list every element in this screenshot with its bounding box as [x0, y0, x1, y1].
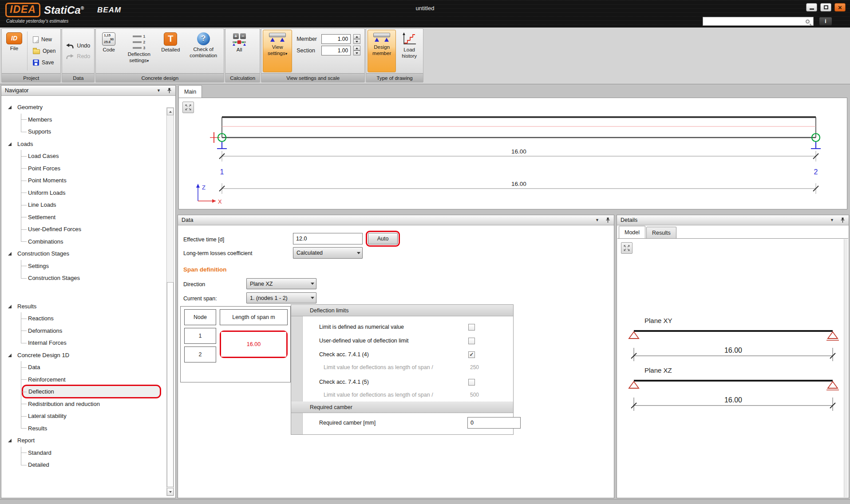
sidebar-item-load-cases[interactable]: Load Cases [1, 150, 165, 162]
sidebar-item-report[interactable]: Report [1, 434, 165, 447]
pin-icon[interactable] [605, 217, 610, 223]
pin-icon[interactable] [840, 217, 845, 223]
redo-button[interactable]: Redo [66, 53, 90, 59]
sidebar-item-reactions[interactable]: Reactions [1, 312, 165, 325]
close-button[interactable]: × [834, 3, 846, 12]
sidebar-item-results-child[interactable]: Results [1, 422, 165, 435]
expander-icon[interactable] [8, 354, 12, 357]
sidebar-item-data[interactable]: Data [1, 361, 165, 374]
direction-select[interactable]: Plane XZ [246, 278, 316, 289]
info-button[interactable]: i [819, 17, 832, 26]
maximize-button[interactable] [820, 3, 831, 12]
numerical-value-checkbox[interactable]: ✓ [468, 324, 475, 331]
span-length-cell[interactable]: 16.00 [221, 332, 286, 357]
file-button[interactable]: ID File [3, 30, 25, 72]
long-term-losses-select[interactable]: Calculated [293, 247, 363, 259]
details-scrollbar[interactable] [844, 239, 848, 497]
scrollbar-thumb[interactable] [167, 282, 174, 487]
sidebar-item-point-moments[interactable]: Point Moments [1, 174, 165, 187]
details-canvas[interactable]: Plane XY 16.00 Plane XZ 16.00 [617, 238, 848, 498]
sidebar-item-results[interactable]: Results [1, 300, 165, 313]
stepper-down-icon[interactable] [353, 39, 360, 44]
sidebar-item-redistribution-and-reduction[interactable]: Redistribution and reduction [1, 398, 165, 410]
expander-icon[interactable] [8, 439, 12, 442]
scroll-down-icon[interactable] [167, 488, 174, 496]
detailed-button[interactable]: T Detailed [158, 30, 183, 72]
tab-main[interactable]: Main [178, 85, 202, 98]
sidebar-item-supports[interactable]: Supports [1, 126, 165, 138]
sidebar-item-standard[interactable]: Standard [1, 447, 165, 459]
save-button[interactable]: Save [31, 58, 57, 67]
effective-time-input[interactable] [293, 233, 363, 244]
tab-results[interactable]: Results [646, 227, 676, 238]
code-icon-text: 1,15 [104, 34, 111, 38]
open-button[interactable]: Open [31, 46, 57, 56]
view-settings-button[interactable]: Viewsettings▾ [263, 30, 292, 72]
auto-button[interactable]: Auto [368, 233, 398, 244]
sidebar-item-construction-stages[interactable]: Construction Stages [1, 248, 165, 260]
x-axis-arrow [212, 199, 216, 203]
section-scale-stepper[interactable] [353, 46, 360, 55]
section-scale-input[interactable] [321, 46, 351, 55]
expander-icon[interactable] [8, 305, 12, 308]
expander-icon[interactable] [8, 106, 12, 109]
calculate-all-button[interactable]: +− All [227, 30, 252, 72]
fit-to-view-button[interactable] [182, 102, 194, 113]
deflection-selection-highlight[interactable]: Deflection [22, 385, 161, 398]
minimize-button[interactable] [806, 3, 817, 12]
sidebar-item-members[interactable]: Members [1, 114, 165, 126]
member-scale-input[interactable] [321, 34, 351, 44]
sidebar-item-geometry[interactable]: Geometry [1, 101, 165, 114]
fit-to-view-button[interactable] [621, 242, 633, 254]
pin-icon[interactable] [167, 88, 172, 94]
sidebar-item-deformations[interactable]: Deformations [1, 325, 165, 337]
search-input[interactable] [703, 18, 806, 25]
deflection-settings-button[interactable]: 1 2 3 Deflectionsettings▾ [121, 30, 157, 72]
sidebar-item-settings[interactable]: Settings [1, 260, 165, 272]
panel-menu-icon[interactable]: ▼ [157, 88, 161, 93]
expander-icon[interactable] [8, 142, 12, 146]
current-span-select[interactable]: 1. (nodes 1 - 2) [246, 292, 316, 303]
sidebar-item-concrete-design-1d[interactable]: Concrete Design 1D [1, 349, 165, 362]
main-drawing-canvas[interactable]: 16.00 1 2 16.00 Z X [178, 98, 847, 209]
check-741-4-checkbox[interactable]: ✓ [468, 351, 475, 358]
sidebar-item-loads[interactable]: Loads [1, 138, 165, 150]
check-741-5-checkbox[interactable]: ✓ [468, 379, 475, 386]
sidebar-item-internal-forces[interactable]: Internal Forces [1, 337, 165, 349]
scroll-up-icon[interactable] [167, 108, 174, 115]
sidebar-item-line-loads[interactable]: Line Loads [1, 199, 165, 211]
sidebar-item-reinforcement[interactable]: Reinforcement [1, 374, 165, 386]
expander-icon[interactable] [8, 252, 12, 256]
sidebar-item-lateral-stability[interactable]: Lateral stability [1, 410, 165, 422]
member-scale-stepper[interactable] [353, 34, 360, 44]
sidebar-item-label: Deformations [28, 327, 62, 334]
stepper-up-icon[interactable] [353, 46, 360, 51]
long-term-losses-label: Long-term losses coefficient [183, 250, 252, 256]
sidebar-item-combinations[interactable]: Combinations [1, 236, 165, 248]
tab-model[interactable]: Model [619, 226, 645, 238]
stepper-down-icon[interactable] [353, 51, 360, 55]
panel-menu-icon[interactable]: ▼ [595, 218, 599, 222]
undo-button[interactable]: Undo [66, 43, 90, 49]
sidebar-item-uniform-loads[interactable]: Uniform Loads [1, 187, 165, 199]
sidebar-item-construction-stages-child[interactable]: Construction Stages [1, 272, 165, 284]
search-icon[interactable] [806, 20, 810, 24]
sidebar-item-user-defined-forces[interactable]: User-Defined Forces [1, 223, 165, 236]
sidebar-item-settlement[interactable]: Settlement [1, 211, 165, 224]
navigator-scrollbar[interactable] [166, 107, 174, 496]
sidebar-item-deflection[interactable]: Deflection [1, 386, 165, 398]
check-of-combination-button[interactable]: ? Check ofcombination [184, 30, 222, 72]
node-1-cell[interactable]: 1 [184, 328, 216, 344]
stepper-up-icon[interactable] [353, 34, 360, 39]
design-member-button[interactable]: Designmember [368, 30, 396, 72]
sidebar-item-point-forces[interactable]: Point Forces [1, 162, 165, 175]
node-2-cell[interactable]: 2 [184, 346, 216, 362]
panel-menu-icon[interactable]: ▼ [830, 218, 834, 222]
user-defined-limit-checkbox[interactable]: ✓ [468, 338, 475, 344]
load-history-button[interactable]: Loadhistory [397, 30, 422, 72]
sidebar-item-detailed[interactable]: Detailed [1, 459, 165, 471]
new-button[interactable]: New [31, 35, 57, 44]
required-camber-input[interactable] [467, 417, 521, 429]
search-box[interactable] [703, 17, 814, 26]
code-button[interactable]: 1,15 90 25.8 Code [97, 30, 120, 72]
